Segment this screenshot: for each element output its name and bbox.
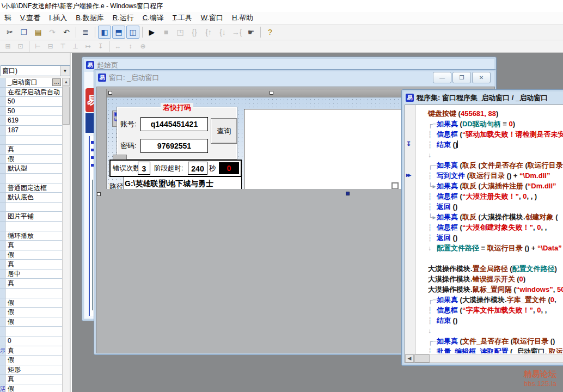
property-value[interactable]: 矩形 — [5, 365, 70, 375]
property-value[interactable] — [5, 203, 70, 212]
copy-icon[interactable]: ❐ — [17, 26, 30, 39]
code-line[interactable]: ┌┄如果真 (取反 (文件是否存在 (取运行目录 — [416, 160, 563, 170]
code-line[interactable] — [416, 253, 563, 264]
error-count-input[interactable]: 3 — [138, 162, 150, 175]
code-line[interactable]: ┌┄如果真 (文件_是否存在 (取运行目录 () — [416, 336, 563, 346]
property-row[interactable]: 默认底色 — [0, 193, 70, 203]
restore-button[interactable]: ❐ — [452, 72, 471, 83]
code-line[interactable]: ┆结束 () — [416, 139, 563, 150]
paste-icon[interactable]: ▤ — [32, 26, 45, 39]
property-value[interactable]: 假 — [5, 356, 70, 365]
layout-top-icon[interactable]: ⬒ — [112, 26, 125, 39]
same-height-icon[interactable]: ↕ — [125, 41, 136, 52]
layout-left-icon[interactable]: ◧ — [98, 26, 111, 39]
code-titlebar[interactable]: 易 程序集: 窗口程序集_启动窗口 / _启动窗口 — [404, 91, 563, 104]
step-out-icon[interactable]: {↓ — [216, 26, 229, 39]
property-value[interactable]: 假 — [5, 308, 70, 317]
property-row[interactable]: 活假 — [0, 384, 70, 392]
property-value[interactable]: 187 — [5, 126, 70, 135]
property-value[interactable]: 假 — [5, 155, 70, 164]
property-row[interactable] — [0, 136, 70, 145]
property-row[interactable]: 真 — [0, 145, 70, 155]
property-value[interactable]: 假 — [5, 250, 70, 260]
menu-item-0[interactable]: 辑 — [0, 12, 16, 24]
property-row[interactable]: 50 — [0, 107, 70, 117]
property-value[interactable]: 默认型 — [5, 164, 70, 173]
menu-item-2[interactable]: I.插入 — [45, 12, 71, 24]
code-line[interactable]: ┆批量_编辑框_读取配置 (_启动窗口, 取运 — [416, 346, 563, 353]
property-row[interactable] — [0, 327, 70, 336]
checkbox-control[interactable] — [391, 182, 399, 189]
property-row[interactable]: 普通固定边框 — [0, 183, 70, 193]
property-row[interactable]: 假 — [0, 317, 70, 327]
query-button[interactable]: 查询 — [211, 118, 237, 144]
align-bottom-icon[interactable]: ⊥ — [70, 41, 81, 52]
property-value[interactable]: 50 — [5, 107, 70, 116]
code-line[interactable]: ↓ — [416, 326, 563, 336]
property-value[interactable]: 真 — [5, 241, 70, 250]
component-selector[interactable]: 窗口) ▼ — [1, 65, 70, 76]
property-row[interactable] — [0, 289, 70, 298]
property-value[interactable]: 真 — [5, 145, 70, 154]
view-source-icon[interactable]: ≣ — [79, 26, 92, 39]
find-icon[interactable]: ? — [264, 26, 277, 39]
menu-item-7[interactable]: W.窗口 — [197, 12, 228, 24]
selection-handle[interactable] — [270, 91, 273, 95]
property-row[interactable]: 在程序启动后自动 — [0, 88, 70, 97]
property-row[interactable]: 真 — [0, 279, 70, 289]
property-value[interactable]: 619 — [5, 116, 70, 125]
code-line[interactable]: 大漠操作模块.置全局路径 (配置文件路径) — [416, 264, 563, 274]
property-row[interactable]: 假 — [0, 155, 70, 164]
space-v-icon[interactable]: ↧ — [95, 41, 106, 52]
property-row[interactable]: 50 — [0, 97, 70, 107]
property-row[interactable]: 假 — [0, 298, 70, 308]
property-value[interactable] — [5, 136, 70, 145]
code-line[interactable]: ┆信息框 (“大漠创建对象失败！”, 0, , — [416, 222, 563, 232]
selection-handle-active[interactable] — [346, 192, 350, 195]
code-lines[interactable]: 键盘按键 (455681, 88)┌┄如果真 (DD驱动句柄 = 0)┆信息框 … — [416, 108, 563, 353]
stop-icon[interactable]: ■ — [160, 26, 173, 39]
property-row[interactable]: 187 — [0, 126, 70, 136]
property-row[interactable]: 矩形 — [0, 365, 70, 375]
run-icon[interactable]: ▶ — [145, 26, 158, 39]
property-row[interactable]: 假 — [0, 250, 70, 260]
property-value[interactable] — [5, 327, 70, 336]
password-input[interactable]: 97692551 — [140, 139, 208, 153]
close-button[interactable]: ✕ — [472, 72, 491, 83]
selection-handle[interactable] — [108, 91, 112, 95]
align-left-icon[interactable]: ⊢ — [32, 41, 44, 52]
code-line[interactable]: ┆信息框 (“字库文件加载失败！”, 0, , — [416, 305, 563, 315]
property-row[interactable]: 真 — [0, 241, 70, 250]
property-value[interactable]: 0 — [5, 336, 70, 346]
property-value[interactable]: 真 — [5, 279, 70, 288]
pause-icon[interactable]: ☛ — [244, 26, 258, 39]
code-line[interactable]: 大漠操作模块.错误提示开关 (0) — [416, 274, 563, 284]
chevron-down-icon[interactable]: ▼ — [60, 66, 70, 76]
timeout-input[interactable]: 240 — [188, 162, 207, 175]
code-hscrollbar[interactable]: ◀ — [405, 354, 563, 363]
property-value[interactable]: 假 — [5, 298, 70, 308]
align-grid-icon[interactable]: ⊞ — [2, 41, 14, 52]
code-line[interactable]: ┆结束 () — [416, 315, 563, 326]
undo-icon[interactable]: ↶ — [60, 26, 73, 39]
align-snap-icon[interactable]: ⊡ — [15, 41, 26, 52]
property-row[interactable]: 示真 — [0, 346, 70, 356]
property-row[interactable]: 真 — [0, 260, 70, 270]
menu-item-5[interactable]: C.编译 — [138, 12, 168, 24]
ellipsis-button[interactable]: … — [52, 78, 61, 86]
property-row[interactable]: 真 — [0, 375, 70, 384]
debug-icon[interactable]: ◳ — [174, 26, 187, 39]
property-row[interactable]: 居中 — [0, 270, 70, 279]
minimize-button[interactable]: — — [433, 72, 451, 83]
property-value[interactable] — [5, 222, 70, 231]
menu-item-3[interactable]: B.数据库 — [71, 12, 108, 24]
space-h-icon[interactable]: ↦ — [82, 41, 94, 52]
step-into-icon[interactable]: {} — [188, 26, 201, 39]
run-to-cursor-icon[interactable]: →{ — [230, 26, 243, 39]
property-value[interactable]: 图片平铺 — [5, 212, 70, 221]
code-line[interactable]: ┆返回 () — [416, 201, 563, 212]
scroll-up-icon[interactable]: ▲ — [63, 78, 70, 86]
align-top-icon[interactable]: ⊤ — [57, 41, 69, 52]
code-line[interactable]: ┌┄如果真 (DD驱动句柄 = 0) — [416, 119, 563, 129]
path-input[interactable]: G:\英雄联盟\地下城与勇士 — [124, 176, 242, 189]
